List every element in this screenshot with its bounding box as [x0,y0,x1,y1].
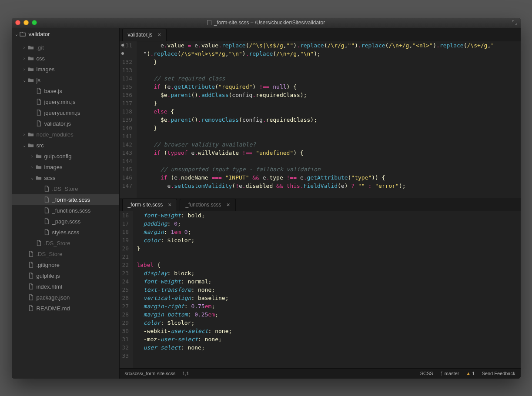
status-cursor-position[interactable]: 1,1 [182,371,189,376]
code-line[interactable]: font-weight: normal; [137,277,520,286]
tree-folder[interactable]: ›css [12,53,119,64]
file-icon [35,120,42,126]
code-line[interactable]: if (e.nodeName === "INPUT" && e.type !==… [140,173,521,182]
tree-folder[interactable]: ›images [12,162,119,173]
code-editor[interactable]: 131 132133134135136137138139140141142143… [120,41,521,198]
code-line[interactable]: color: $lcolor; [137,236,520,244]
tree-file[interactable]: jqueryui.min.js [12,107,119,118]
code-line[interactable] [140,66,521,74]
project-root[interactable]: ⌄ validator [12,28,119,40]
git-branch-icon: ᚶ [440,371,443,376]
line-number: 134 [122,74,132,83]
code-content[interactable]: font-weight: bold; padding: 0; margin: 1… [133,211,520,368]
code-line[interactable]: text-transform: none; [137,286,520,294]
file-icon [27,251,34,257]
tree-item-label: .DS_Store [37,251,63,257]
status-warnings[interactable]: ▲ 1 [466,371,475,376]
close-icon[interactable]: × [157,31,161,38]
close-window-button[interactable] [15,20,20,25]
code-line[interactable]: e.setCustomValidity(!e.disabled && this.… [140,182,521,190]
code-line[interactable] [137,253,520,261]
tree-file[interactable]: .gitignore [12,260,119,270]
tree-file[interactable]: base.js [12,86,119,97]
code-line[interactable]: e.value = e.value.replace(/^\s|\s$/g,"")… [140,41,521,50]
tree-item-label: validator.js [44,120,71,127]
tree-file[interactable]: README.md [12,303,119,314]
tree-folder[interactable]: ›.git [12,42,119,53]
code-line[interactable]: if (e.getAttribute("required") !== null)… [140,83,521,91]
tree-folder[interactable]: ⌄src [12,140,119,151]
code-line[interactable]: if (typeof e.willValidate !== "undefined… [140,149,521,157]
tree-folder[interactable]: ›gulp.config [12,151,119,162]
code-line[interactable]: user-select: none; [137,343,520,352]
code-line[interactable]: -webkit-user-select: none; [137,327,520,335]
status-bar: src/scss/_form-site.scss 1,1 SCSS ᚶ mast… [120,368,521,379]
code-line[interactable]: label { [137,261,520,269]
code-line[interactable]: // set required class [140,74,521,83]
tree-file[interactable]: jquery.min.js [12,97,119,107]
code-line[interactable]: vertical-align: baseline; [137,294,520,302]
tree-folder[interactable]: ⌄scss [12,173,119,183]
code-line[interactable]: -moz-user-select: none; [137,335,520,343]
code-line[interactable]: // unsupported input type - fallback val… [140,165,521,173]
tree-file[interactable]: validator.js [12,118,119,129]
file-tree-sidebar[interactable]: ⌄ validator ›.git›css›images⌄jsbase.jsjq… [12,28,120,379]
code-line[interactable] [140,157,521,165]
editor-tab[interactable]: _form-site.scss× [122,199,177,211]
tree-file[interactable]: _form-site.scss [12,194,119,205]
close-icon[interactable]: × [226,201,230,208]
file-icon [27,283,34,290]
tab-label: validator.js [128,32,153,38]
code-line[interactable]: $e.parent().removeClass(config.requiredC… [140,116,521,124]
code-line[interactable]: margin-bottom: 0.25em; [137,310,520,319]
code-line[interactable]: $e.parent().addClass(config.requiredClas… [140,91,521,99]
fullscreen-icon[interactable] [512,20,517,25]
send-feedback-link[interactable]: Send Feedback [482,371,515,376]
tree-file[interactable]: styles.scss [12,227,119,238]
code-line[interactable]: margin-right: 0.75em; [137,302,520,310]
status-git-branch[interactable]: ᚶ master [440,371,459,376]
code-line[interactable]: font-weight: bold; [137,211,520,220]
tree-folder[interactable]: ›images [12,64,119,75]
tree-file[interactable]: .DS_Store [12,249,119,260]
code-line[interactable] [140,132,521,140]
tree-item-label: styles.scss [52,229,80,236]
status-language[interactable]: SCSS [420,371,433,376]
code-line[interactable]: color: $lcolor; [137,319,520,327]
zoom-window-button[interactable] [32,20,37,25]
tree-folder[interactable]: ›node_modules [12,129,119,140]
code-line[interactable]: ").replace(/\s*<nl>\s*/g,"\n").replace(/… [140,50,521,58]
tree-item-label: jquery.min.js [44,99,76,105]
code-line[interactable]: display: block; [137,269,520,277]
tab-bar[interactable]: validator.js× [120,28,521,41]
tree-file[interactable]: package.json [12,292,119,303]
minimize-window-button[interactable] [23,20,29,25]
editor-tab[interactable]: _functions.scss× [180,199,235,211]
code-line[interactable]: } [140,99,521,107]
tree-file[interactable]: index.html [12,281,119,292]
titlebar[interactable]: _form-site.scss – /Users/cbuckler/Sites/… [12,18,521,28]
status-file-path[interactable]: src/scss/_form-site.scss [125,371,176,376]
line-number: 142 [122,140,132,149]
code-line[interactable]: else { [140,107,521,116]
code-line[interactable]: } [140,124,521,132]
code-line[interactable]: } [137,244,520,253]
line-number: 144 [122,157,132,165]
tree-file[interactable]: .DS_Store [12,238,119,249]
tree-file[interactable]: .DS_Store [12,183,119,194]
code-editor[interactable]: 161718192021222324252627282930313233 fon… [120,211,521,368]
tree-file[interactable]: _page.scss [12,216,119,227]
tree-folder[interactable]: ⌄js [12,75,119,86]
code-content[interactable]: e.value = e.value.replace(/^\s|\s$/g,"")… [137,41,521,198]
code-line[interactable]: padding: 0; [137,220,520,228]
close-icon[interactable]: × [168,201,171,208]
tree-item-label: .DS_Store [44,240,70,246]
code-line[interactable]: } [140,58,521,66]
code-line[interactable]: margin: 1em 0; [137,228,520,236]
tab-bar[interactable]: _form-site.scss×_functions.scss× [120,198,521,211]
tree-file[interactable]: gulpfile.js [12,270,119,281]
tree-file[interactable]: _functions.scss [12,205,119,216]
editor-tab[interactable]: validator.js× [122,29,167,41]
code-line[interactable]: // browser validity available? [140,140,521,149]
code-line[interactable] [137,352,520,360]
